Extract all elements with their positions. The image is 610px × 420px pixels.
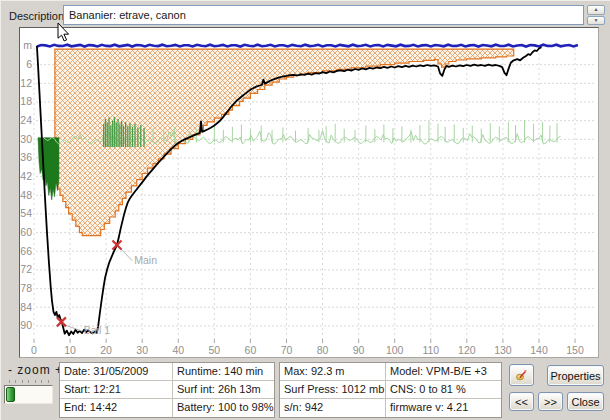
zoom-slider[interactable] — [4, 385, 53, 404]
svg-text:80: 80 — [317, 344, 329, 356]
svg-text:40: 40 — [172, 344, 184, 356]
info-cell-surf-press: Surf Press: 1012 mb — [280, 381, 386, 399]
svg-text:120: 120 — [458, 344, 476, 356]
info-cell-max-depth: Max: 92.3 m — [280, 363, 386, 381]
down-arrow-icon: ▼ — [594, 17, 599, 23]
svg-text:130: 130 — [494, 344, 512, 356]
zoom-label: zoom — [17, 363, 50, 377]
dive-profile-plot: m612182430364248546066727884900102030405… — [20, 28, 598, 357]
info-cell-start: Start: 12:21 — [60, 381, 173, 399]
dive-info-table-left: Date: 31/05/2009 Runtime: 140 min Start:… — [59, 362, 275, 418]
zoom-slider-ticks — [9, 380, 50, 383]
descent-rate-bars — [38, 138, 59, 200]
svg-text:6: 6 — [26, 58, 32, 70]
svg-text:12: 12 — [20, 77, 32, 89]
svg-text:20: 20 — [100, 344, 112, 356]
info-cell-battery: Battery: 100 to 98% — [173, 399, 274, 417]
description-value: Bananier: etrave, canon — [69, 9, 186, 21]
description-combobox[interactable]: Bananier: etrave, canon — [63, 5, 584, 25]
svg-text:54: 54 — [20, 207, 32, 219]
svg-text:60: 60 — [20, 226, 32, 238]
surface-line — [37, 45, 578, 47]
svg-text:100: 100 — [386, 344, 404, 356]
close-button[interactable]: Close — [567, 392, 604, 411]
svg-text:18: 18 — [20, 95, 32, 107]
svg-text:10: 10 — [64, 344, 76, 356]
svg-text:110: 110 — [422, 344, 439, 356]
info-cell-cns: CNS: 0 to 81 % — [386, 381, 501, 399]
description-spinner: ▲ ▼ — [587, 5, 605, 25]
svg-text:m: m — [23, 39, 32, 51]
properties-button[interactable]: Properties — [547, 365, 604, 386]
dive-info-table-right: Max: 92.3 m Model: VPM-B/E +3 Surf Press… — [279, 362, 502, 418]
dive-profile-chart: m612182430364248546066727884900102030405… — [19, 27, 599, 358]
svg-text:90: 90 — [20, 319, 32, 331]
zoom-slider-thumb[interactable] — [6, 387, 15, 402]
gas-switch-marker-main: Main — [112, 241, 157, 266]
info-cell-model: Model: VPM-B/E +3 — [386, 363, 501, 381]
svg-text:70: 70 — [281, 344, 293, 356]
info-cell-firmware: firmware v: 4.21 — [386, 399, 501, 417]
svg-text:Main: Main — [134, 254, 157, 266]
zoom-out-button[interactable]: - — [8, 363, 13, 377]
info-cell-date: Date: 31/05/2009 — [60, 363, 173, 381]
svg-text:84: 84 — [20, 301, 32, 313]
svg-text:0: 0 — [31, 344, 37, 356]
next-dive-button[interactable]: >> — [538, 392, 563, 411]
info-cell-runtime: Runtime: 140 min — [173, 363, 274, 381]
svg-text:72: 72 — [20, 263, 32, 275]
svg-text:30: 30 — [20, 133, 32, 145]
spinner-up-button[interactable]: ▲ — [587, 5, 605, 15]
svg-text:90: 90 — [353, 344, 365, 356]
svg-text:Bail 1: Bail 1 — [84, 324, 110, 336]
spinner-down-button[interactable]: ▼ — [587, 16, 605, 26]
svg-text:24: 24 — [20, 114, 32, 126]
svg-text:48: 48 — [20, 189, 32, 201]
svg-text:50: 50 — [209, 344, 221, 356]
svg-text:150: 150 — [566, 344, 584, 356]
up-arrow-icon: ▲ — [594, 6, 599, 12]
svg-text:66: 66 — [20, 245, 32, 257]
previous-dive-button[interactable]: << — [509, 392, 534, 411]
description-label: Description: — [9, 10, 67, 22]
svg-text:36: 36 — [20, 151, 32, 163]
zoom-control: - zoom + — [8, 363, 63, 377]
info-cell-surf-int: Surf int: 26h 13m — [173, 381, 274, 399]
svg-text:30: 30 — [136, 344, 148, 356]
svg-text:60: 60 — [245, 344, 257, 356]
edit-icon — [516, 367, 527, 384]
dive-log-window: Description: Bananier: etrave, canon ▲ ▼… — [0, 0, 610, 420]
svg-text:140: 140 — [530, 344, 548, 356]
edit-dive-icon-button[interactable] — [509, 364, 534, 386]
svg-text:78: 78 — [20, 282, 32, 294]
info-cell-end: End: 14:42 — [60, 399, 173, 417]
svg-text:42: 42 — [20, 170, 32, 182]
info-cell-serial: s/n: 942 — [280, 399, 386, 417]
